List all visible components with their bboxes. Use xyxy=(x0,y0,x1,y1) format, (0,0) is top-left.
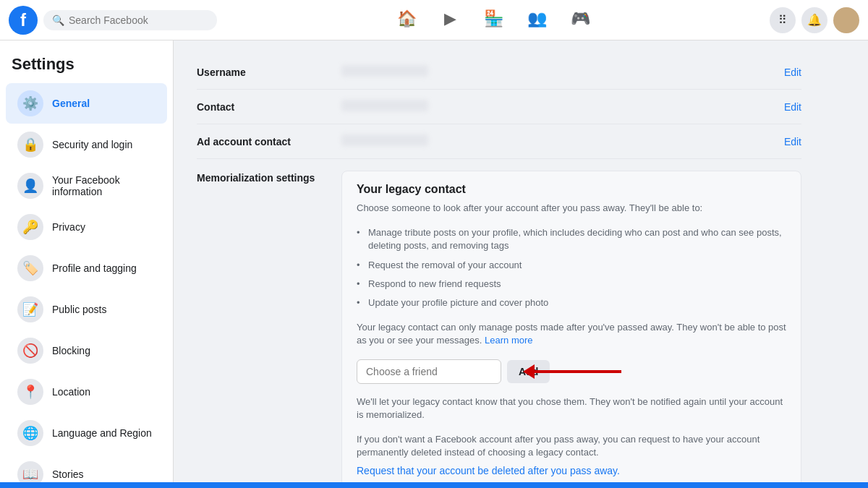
contact-blurred xyxy=(341,100,428,111)
sidebar-item-label-general: General xyxy=(52,98,90,109)
bullet-item-2: Request the removal of your account xyxy=(357,256,786,275)
contact-value xyxy=(341,100,784,114)
memorialization-section: Memorialization settings Your legacy con… xyxy=(197,159,801,488)
sidebar-item-location[interactable]: 📍 Location xyxy=(6,372,167,412)
arrow-indicator xyxy=(523,364,621,379)
sidebar-title: Settings xyxy=(0,49,173,82)
username-row: Username Edit xyxy=(197,55,801,90)
nav-home-button[interactable]: 🏠 xyxy=(385,3,428,38)
legacy-bullet-list: Manage tribute posts on your profile, wh… xyxy=(357,223,786,312)
sidebar-icon-language: 🌐 xyxy=(17,420,43,446)
nav-gaming-button[interactable]: 🎮 xyxy=(558,3,602,38)
search-bar[interactable]: 🔍 xyxy=(43,10,217,30)
legacy-contact-desc: Choose someone to look after your accoun… xyxy=(357,202,786,215)
sidebar-icon-general: ⚙️ xyxy=(17,90,43,116)
sidebar-item-label-location: Location xyxy=(52,386,90,398)
ad-account-row: Ad account contact Edit xyxy=(197,124,801,159)
legacy-note: Your legacy contact can only manage post… xyxy=(357,321,786,347)
ad-account-label: Ad account contact xyxy=(197,136,341,147)
arrow-line xyxy=(535,370,621,373)
sidebar-item-label-profile-tagging: Profile and tagging xyxy=(52,262,137,274)
sidebar-item-blocking[interactable]: 🚫 Blocking xyxy=(6,330,167,371)
sidebar-item-label-blocking: Blocking xyxy=(52,345,90,356)
learn-more-link[interactable]: Learn more xyxy=(485,335,532,346)
username-label: Username xyxy=(197,67,341,78)
sidebar-item-label-public-posts: Public posts xyxy=(52,304,106,315)
sidebar-icon-fb-info: 👤 xyxy=(17,173,43,199)
choose-friend-input[interactable] xyxy=(357,359,501,384)
nav-store-button[interactable]: 🏪 xyxy=(472,3,515,38)
ad-account-blurred xyxy=(341,134,428,146)
sidebar-item-label-fb-info: Your Facebook information xyxy=(52,174,156,197)
memorialization-label: Memorialization settings xyxy=(197,171,341,488)
topbar: f 🔍 🏠 ▶ 🏪 👥 🎮 ⠿ 🔔 xyxy=(0,0,868,40)
sidebar-item-general[interactable]: ⚙️ General xyxy=(6,83,167,124)
apps-grid-button[interactable]: ⠿ xyxy=(770,7,796,33)
sidebar-item-fb-info[interactable]: 👤 Your Facebook information xyxy=(6,166,167,206)
delete-text: If you don't want a Facebook account aft… xyxy=(357,433,786,459)
nav-video-button[interactable]: ▶ xyxy=(428,3,472,38)
sidebar: Settings ⚙️ General 🔒 Security and login… xyxy=(0,40,174,488)
search-icon: 🔍 xyxy=(52,14,64,26)
notifications-button[interactable]: 🔔 xyxy=(801,7,827,33)
sidebar-item-label-security: Security and login xyxy=(52,139,132,150)
sidebar-icon-profile-tagging: 🏷️ xyxy=(17,255,43,281)
nav-icons: 🏠 ▶ 🏪 👥 🎮 xyxy=(223,3,764,38)
contact-row: Contact Edit xyxy=(197,90,801,124)
username-blurred xyxy=(341,65,428,77)
nav-friends-button[interactable]: 👥 xyxy=(515,3,558,38)
notify-text: We'll let your legacy contact know that … xyxy=(357,395,786,421)
sidebar-icon-location: 📍 xyxy=(17,379,43,405)
sidebar-item-privacy[interactable]: 🔑 Privacy xyxy=(6,207,167,247)
sidebar-item-label-language: Language and Region xyxy=(52,427,152,439)
search-input[interactable] xyxy=(69,14,208,26)
ad-account-value xyxy=(341,134,784,148)
facebook-logo[interactable]: f xyxy=(9,6,38,35)
bullet-item-3: Respond to new friend requests xyxy=(357,275,786,294)
sidebar-item-profile-tagging[interactable]: 🏷️ Profile and tagging xyxy=(6,248,167,288)
bullet-item-1: Manage tribute posts on your profile, wh… xyxy=(357,223,786,255)
contact-label: Contact xyxy=(197,101,341,113)
username-value xyxy=(341,65,784,79)
bullet-item-4: Update your profile picture and cover ph… xyxy=(357,294,786,312)
contact-edit-link[interactable]: Edit xyxy=(784,101,801,113)
right-icons: ⠿ 🔔 xyxy=(770,7,859,33)
memorialization-row: Memorialization settings Your legacy con… xyxy=(197,159,801,488)
sidebar-icon-public-posts: 📝 xyxy=(17,296,43,322)
delete-account-link[interactable]: Request that your account be deleted aft… xyxy=(357,465,786,476)
sidebar-icon-security: 🔒 xyxy=(17,132,43,158)
sidebar-item-language[interactable]: 🌐 Language and Region xyxy=(6,413,167,453)
bottom-bar xyxy=(0,482,868,488)
friend-input-row: Add xyxy=(357,359,786,384)
sidebar-item-label-privacy: Privacy xyxy=(52,221,85,233)
legacy-contact-title: Your legacy contact xyxy=(357,183,786,196)
sidebar-item-label-stories: Stories xyxy=(52,468,84,480)
sidebar-icon-privacy: 🔑 xyxy=(17,214,43,240)
ad-account-edit-link[interactable]: Edit xyxy=(784,136,801,147)
sidebar-icon-blocking: 🚫 xyxy=(17,338,43,364)
sidebar-item-public-posts[interactable]: 📝 Public posts xyxy=(6,289,167,330)
main-content: Username Edit Contact Edit Ad account co… xyxy=(174,40,825,488)
arrow-head xyxy=(523,364,535,379)
username-edit-link[interactable]: Edit xyxy=(784,67,801,78)
sidebar-item-security[interactable]: 🔒 Security and login xyxy=(6,124,167,165)
memorialization-content: Your legacy contact Choose someone to lo… xyxy=(341,171,801,488)
user-avatar[interactable] xyxy=(833,7,859,33)
